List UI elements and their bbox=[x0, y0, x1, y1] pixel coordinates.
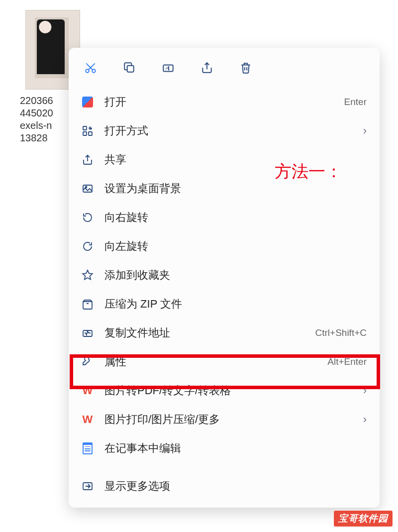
star-icon bbox=[81, 268, 95, 282]
notepad-icon bbox=[81, 441, 95, 455]
share-icon bbox=[81, 153, 95, 167]
menu-item-shortcut: Enter bbox=[344, 97, 367, 107]
svg-rect-2 bbox=[127, 66, 134, 72]
rename-icon: A bbox=[162, 61, 175, 74]
copy-path-icon bbox=[81, 326, 95, 340]
delete-button[interactable] bbox=[237, 59, 255, 77]
share-icon bbox=[200, 61, 213, 74]
menu-item-properties[interactable]: 属性 Alt+Enter bbox=[69, 347, 380, 376]
chevron-right-icon: › bbox=[363, 413, 367, 426]
menu-item-label: 显示更多选项 bbox=[104, 479, 367, 494]
wps-icon: W bbox=[81, 413, 95, 426]
menu-item-zip[interactable]: 压缩为 ZIP 文件 bbox=[69, 290, 380, 319]
menu-item-label: 设置为桌面背景 bbox=[104, 181, 367, 196]
svg-point-9 bbox=[86, 187, 87, 188]
menu-item-more-options[interactable]: 显示更多选项 bbox=[69, 472, 380, 501]
menu-item-label: 属性 bbox=[104, 354, 327, 369]
menu-item-open[interactable]: 打开 Enter bbox=[69, 88, 380, 116]
menu-item-label: 打开方式 bbox=[104, 123, 358, 138]
svg-point-0 bbox=[86, 69, 89, 73]
open-with-icon bbox=[81, 124, 95, 138]
svg-rect-7 bbox=[89, 132, 92, 135]
menu-list: 打开 Enter 打开方式 › 共享 设置为桌面背景 向右旋转 向左旋转 添加到… bbox=[69, 88, 380, 501]
context-menu: A 打开 Enter 打开方式 › 共享 设置为桌面背景 bbox=[69, 48, 380, 508]
wps-icon: W bbox=[81, 384, 95, 398]
share-button[interactable] bbox=[198, 59, 216, 77]
cut-button[interactable] bbox=[82, 59, 100, 77]
menu-item-label: 共享 bbox=[104, 152, 367, 167]
delete-icon bbox=[239, 61, 252, 74]
svg-rect-5 bbox=[83, 126, 87, 130]
context-toolbar: A bbox=[69, 48, 380, 88]
zip-icon bbox=[81, 297, 95, 311]
menu-item-label: 向右旋转 bbox=[104, 210, 367, 225]
menu-item-open-with[interactable]: 打开方式 › bbox=[69, 116, 380, 145]
svg-rect-6 bbox=[83, 132, 87, 135]
menu-item-notepad[interactable]: 在记事本中编辑 bbox=[69, 434, 380, 463]
menu-item-wallpaper[interactable]: 设置为桌面背景 bbox=[69, 174, 380, 203]
properties-icon bbox=[81, 355, 95, 369]
menu-item-favorite[interactable]: 添加到收藏夹 bbox=[69, 261, 380, 290]
chevron-right-icon: › bbox=[363, 384, 367, 397]
menu-item-rotate-left[interactable]: 向左旋转 bbox=[69, 232, 380, 261]
menu-item-shortcut: Ctrl+Shift+C bbox=[315, 327, 367, 338]
menu-item-label: 压缩为 ZIP 文件 bbox=[104, 297, 367, 312]
open-icon bbox=[81, 95, 95, 109]
copy-icon bbox=[123, 61, 136, 74]
menu-item-label: 图片打印/图片压缩/更多 bbox=[104, 412, 358, 427]
menu-item-label: 复制文件地址 bbox=[104, 325, 315, 340]
menu-item-rotate-right[interactable]: 向右旋转 bbox=[69, 203, 380, 232]
watermark: 宝哥软件园 bbox=[333, 510, 393, 527]
menu-item-label: 图片转PDF/转文字/转表格 bbox=[104, 383, 358, 398]
rotate-right-icon bbox=[81, 211, 95, 224]
wallpaper-icon bbox=[81, 182, 95, 196]
rotate-left-icon bbox=[81, 239, 95, 253]
copy-button[interactable] bbox=[120, 59, 138, 77]
chevron-right-icon: › bbox=[363, 124, 367, 137]
menu-item-wps-convert[interactable]: W 图片转PDF/转文字/转表格 › bbox=[69, 376, 380, 405]
menu-item-label: 添加到收藏夹 bbox=[104, 268, 367, 283]
svg-point-1 bbox=[92, 69, 96, 73]
menu-item-copy-path[interactable]: 复制文件地址 Ctrl+Shift+C bbox=[69, 319, 380, 347]
menu-item-label: 打开 bbox=[104, 95, 344, 109]
menu-item-label: 在记事本中编辑 bbox=[104, 441, 367, 456]
menu-item-label: 向左旋转 bbox=[104, 239, 367, 254]
cut-icon bbox=[84, 61, 97, 74]
menu-item-share[interactable]: 共享 bbox=[69, 145, 380, 174]
menu-item-wps-print[interactable]: W 图片打印/图片压缩/更多 › bbox=[69, 405, 380, 434]
more-options-icon bbox=[81, 479, 95, 493]
menu-item-shortcut: Alt+Enter bbox=[327, 356, 367, 367]
rename-button[interactable]: A bbox=[159, 59, 177, 77]
